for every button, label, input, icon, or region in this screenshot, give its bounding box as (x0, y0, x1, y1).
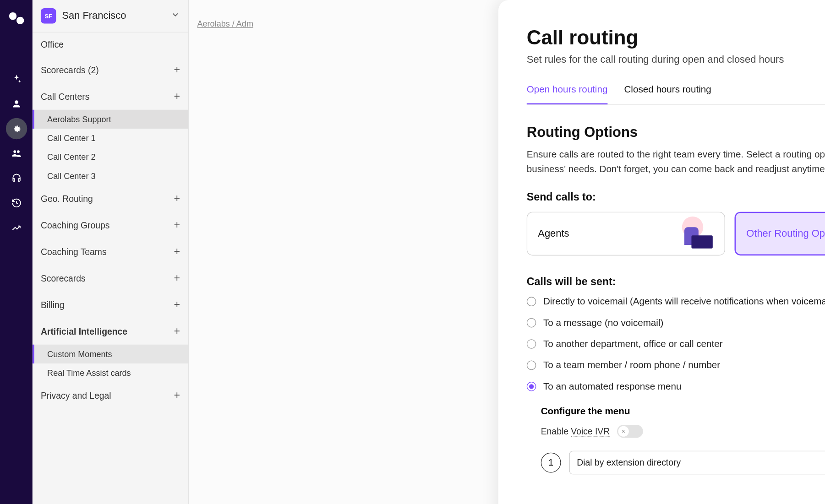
panel-title: Call routing (527, 26, 825, 49)
chevron-down-icon (171, 10, 180, 22)
plus-icon[interactable]: + (174, 390, 180, 402)
plus-icon[interactable]: + (174, 64, 180, 76)
app-logo-icon[interactable] (7, 10, 25, 27)
sidebar-item-privacy[interactable]: Privacy and Legal+ (33, 382, 188, 409)
plus-icon[interactable]: + (174, 245, 180, 258)
tab-open-hours[interactable]: Open hours routing (527, 84, 608, 104)
sidebar-item-call-centers[interactable]: Call Centers+ (33, 83, 188, 110)
ivr-label-dotted: Voice IVR (571, 426, 610, 437)
sidebar-label: Privacy and Legal (41, 390, 111, 401)
send-calls-label: Send calls to: (527, 191, 825, 203)
card-agents[interactable]: Agents (527, 211, 725, 255)
radio-label: To a message (no voicemail) (543, 317, 663, 328)
routing-cards: Agents Other Routing Options KL (527, 211, 825, 255)
settings-gear-icon[interactable] (5, 118, 27, 139)
radio-label: Directly to voicemail (Agents will recei… (543, 296, 825, 307)
radio-icon (527, 339, 536, 349)
trending-icon[interactable] (5, 217, 27, 238)
sidebar-label: Coaching Teams (41, 247, 107, 257)
breadcrumb: Aerolabs / Adm (197, 19, 253, 28)
card-title: Other Routing Options (746, 228, 825, 239)
sidebar-item-ai[interactable]: Artificial Intelligence+ (33, 318, 188, 345)
workspace-badge: SF (41, 8, 56, 24)
enable-voice-ivr-row: Enable Voice IVR (541, 425, 825, 438)
sidebar-label: Office (41, 39, 64, 49)
breadcrumb-link[interactable]: Adm (236, 19, 253, 28)
sidebar-subitem-aerolabs-support[interactable]: Aerolabs Support (33, 110, 188, 129)
radio-message[interactable]: To a message (no voicemail) (527, 317, 825, 328)
panel-subtitle: Set rules for the call routing during op… (527, 54, 825, 65)
nav-rail: ? (0, 0, 33, 504)
radio-department[interactable]: To another department, office or call ce… (527, 338, 825, 349)
routing-options-desc: Ensure calls are routed to the right tea… (527, 147, 825, 177)
menu-number-badge: 1 (541, 452, 561, 472)
tab-closed-hours[interactable]: Closed hours routing (624, 84, 711, 104)
ivr-label: Enable Voice IVR (541, 426, 610, 436)
content-area: Aerolabs / Adm Call routing Set rules fo… (189, 0, 825, 504)
menu-option-row: 1 Dial by extension directory ▲▼ (541, 450, 825, 474)
sidebar-item-scorecards[interactable]: Scorecards+ (33, 265, 188, 292)
sidebar-subitem-call-center-1[interactable]: Call Center 1 (33, 129, 188, 147)
sidebar-item-geo-routing[interactable]: Geo. Routing+ (33, 185, 188, 212)
workspace-switcher[interactable]: SF San Francisco (33, 0, 188, 33)
configure-title: Configure the menu (541, 406, 825, 416)
routing-tabs: Open hours routing Closed hours routing (527, 84, 825, 105)
sidebar-label: Geo. Routing (41, 194, 93, 204)
plus-icon[interactable]: + (174, 90, 180, 103)
card-title: Agents (538, 228, 569, 239)
call-routing-panel: Call routing Set rules for the call rout… (498, 0, 825, 504)
sidebar-subitem-custom-moments[interactable]: Custom Moments (33, 345, 188, 363)
person-icon[interactable] (5, 93, 27, 114)
radio-icon (527, 318, 536, 327)
headset-icon[interactable] (5, 168, 27, 189)
sidebar-label: Artificial Intelligence (41, 326, 127, 336)
radio-automated-menu[interactable]: To an automated response menu (527, 381, 825, 391)
agents-illustration-icon (678, 219, 714, 248)
plus-icon[interactable]: + (174, 219, 180, 231)
breadcrumb-link[interactable]: Aerolabs (197, 19, 230, 28)
sidebar-item-coaching-teams[interactable]: Coaching Teams+ (33, 238, 188, 265)
card-other-routing[interactable]: Other Routing Options KL (735, 211, 825, 255)
plus-icon[interactable]: + (174, 272, 180, 284)
sidebar-label: Coaching Groups (41, 220, 109, 230)
sidebar: SF San Francisco Office Scorecards (2)+ … (33, 0, 189, 504)
sidebar-subitem-rta-cards[interactable]: Real Time Assist cards (33, 363, 188, 382)
radio-team-member[interactable]: To a team member / room phone / number (527, 360, 825, 370)
configure-menu-section: Configure the menu Enable Voice IVR 1 Di… (541, 406, 825, 474)
calls-sent-label: Calls will be sent: (527, 275, 825, 287)
sidebar-item-scorecards-2[interactable]: Scorecards (2)+ (33, 57, 188, 83)
sidebar-label: Scorecards (41, 273, 86, 283)
calls-sent-radio-group: Directly to voicemail (Agents will recei… (527, 296, 825, 392)
breadcrumb-sep: / (230, 19, 236, 28)
history-icon[interactable] (5, 192, 27, 213)
radio-label: To a team member / room phone / number (543, 360, 720, 370)
sidebar-item-billing[interactable]: Billing+ (33, 292, 188, 318)
plus-icon[interactable]: + (174, 298, 180, 311)
voice-ivr-toggle[interactable] (617, 425, 643, 438)
ivr-label-prefix: Enable (541, 426, 571, 436)
routing-options-title: Routing Options (527, 124, 825, 141)
sidebar-label: Scorecards (2) (41, 65, 99, 75)
select-value: Dial by extension directory (577, 457, 681, 467)
radio-voicemail[interactable]: Directly to voicemail (Agents will recei… (527, 296, 825, 307)
sidebar-label: Call Centers (41, 92, 89, 102)
plus-icon[interactable]: + (174, 192, 180, 205)
people-icon[interactable] (5, 143, 27, 164)
radio-label: To another department, office or call ce… (543, 338, 723, 349)
menu-action-select[interactable]: Dial by extension directory ▲▼ (569, 450, 825, 474)
sidebar-label: Billing (41, 300, 65, 310)
radio-icon (527, 360, 536, 370)
sidebar-subitem-call-center-3[interactable]: Call Center 3 (33, 166, 188, 185)
radio-label: To an automated response menu (543, 381, 682, 391)
radio-icon (527, 297, 536, 306)
plus-icon[interactable]: + (174, 325, 180, 337)
sidebar-item-coaching-groups[interactable]: Coaching Groups+ (33, 212, 188, 238)
sidebar-subitem-call-center-2[interactable]: Call Center 2 (33, 147, 188, 166)
workspace-name: San Francisco (62, 10, 170, 22)
sparkle-icon[interactable] (5, 69, 27, 90)
radio-icon (527, 381, 536, 391)
sidebar-item-office[interactable]: Office (33, 33, 188, 57)
